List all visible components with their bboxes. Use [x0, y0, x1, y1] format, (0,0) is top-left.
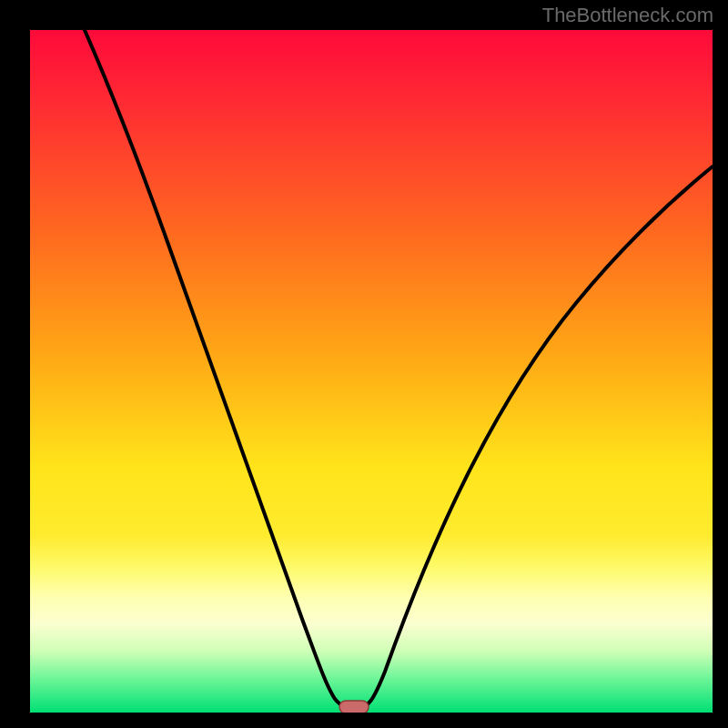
watermark-text: TheBottleneck.com	[542, 4, 713, 27]
chart-frame: TheBottleneck.com	[0, 0, 728, 728]
bottleneck-curve	[85, 30, 713, 708]
curve-layer	[30, 30, 713, 713]
bottleneck-marker	[339, 701, 369, 713]
plot-area	[30, 30, 713, 713]
